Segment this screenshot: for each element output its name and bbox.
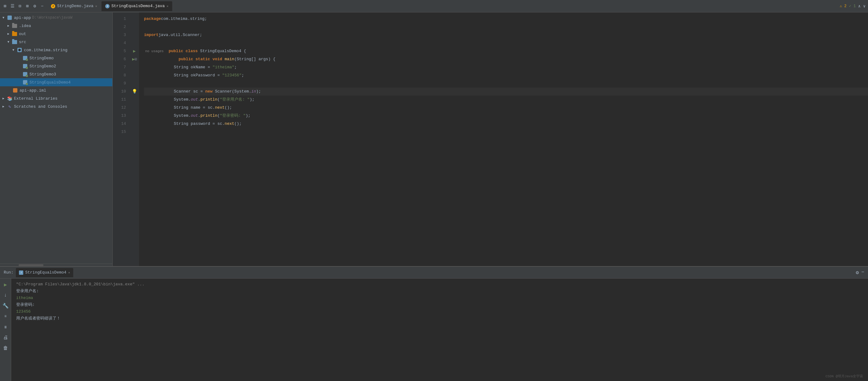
layout-icon[interactable]: ⊟ bbox=[18, 4, 22, 9]
console-text: 用户名或者密码错误了！ bbox=[16, 315, 61, 322]
sidebar-item-api-app[interactable]: ▼ api-app D:\Workspace\javaW bbox=[0, 14, 112, 22]
run-button[interactable]: ▶ bbox=[2, 281, 9, 289]
sidebar-item-scratches[interactable]: ▶ ✎ Scratches and Consoles bbox=[0, 102, 112, 111]
code-line-11: System.out.println("登录用户名: "); bbox=[144, 96, 868, 104]
editor-content: 1 2 3 4 5 6 7 8 9 10 11 12 13 14 15 bbox=[113, 12, 868, 266]
package-icon bbox=[17, 48, 22, 53]
gutter-11 bbox=[130, 96, 139, 104]
scratches-label: Scratches and Consoles bbox=[14, 104, 67, 109]
title-bar: ⊞ ☰ ⊟ ⊞ ⚙ − J StringDemo.java ✕ J String… bbox=[0, 0, 868, 12]
stringequalsdemo4-label: StringEqualsDemo4 bbox=[29, 80, 71, 85]
ok-badge: ✓ 1 bbox=[849, 4, 856, 8]
sidebar: ▼ api-app D:\Workspace\javaW ▶ .idea ▶ bbox=[0, 12, 113, 266]
print-button[interactable]: 🖨 bbox=[2, 334, 9, 341]
sidebar-item-idea[interactable]: ▶ .idea bbox=[0, 22, 112, 30]
code-content-6: public static void main(String[] args) { bbox=[168, 55, 275, 63]
align-button[interactable]: ≣ bbox=[2, 323, 9, 331]
wrench-button[interactable]: 🔧 bbox=[2, 302, 9, 310]
run-label: Run: bbox=[4, 270, 13, 275]
code-line-10: Scanner sc = new Scanner(System.in); bbox=[144, 88, 868, 96]
expand-arrow: ▼ bbox=[2, 16, 7, 20]
keyword: class bbox=[186, 49, 200, 53]
expand-arrow: ▶ bbox=[2, 96, 7, 100]
sidebar-item-stringdemo3[interactable]: StringDemo3 bbox=[0, 70, 112, 78]
paren: ); bbox=[256, 89, 261, 94]
lightbulb-icon[interactable]: 💡 bbox=[132, 88, 137, 96]
run-gutter-5[interactable]: ▶ bbox=[133, 47, 135, 55]
expand-arrow: ▶ bbox=[7, 24, 12, 28]
close-panel-icon[interactable]: − bbox=[861, 269, 864, 276]
field-ref: out bbox=[191, 113, 198, 118]
run-tab-close[interactable]: ✕ bbox=[68, 271, 70, 274]
tab-stringdemo-close[interactable]: ✕ bbox=[95, 4, 97, 8]
title-bar-right: ⚠ 2 ✓ 1 ∧ ∨ bbox=[840, 4, 866, 9]
class-icon bbox=[22, 64, 28, 69]
no-usages-5: no usages bbox=[145, 47, 163, 55]
keyword: package bbox=[144, 15, 161, 23]
method-ref: next bbox=[215, 105, 225, 110]
import-name: java.util.Scanner; bbox=[159, 31, 202, 39]
tab-stringequalsdemo4[interactable]: J StringEqualsDemo4.java ✕ bbox=[101, 1, 172, 11]
stringdemo3-label: StringDemo3 bbox=[29, 72, 56, 77]
split-icon[interactable]: ⊞ bbox=[25, 4, 30, 9]
class-name: StringEqualsDemo4 { bbox=[200, 49, 246, 53]
keyword: static bbox=[195, 57, 213, 61]
gutter-8 bbox=[130, 71, 139, 80]
method-ref: println bbox=[200, 97, 218, 102]
format-button[interactable]: ≡ bbox=[2, 313, 9, 320]
sidebar-item-package[interactable]: ▼ com.itheima.string bbox=[0, 46, 112, 54]
class-icon bbox=[22, 72, 28, 77]
nav-up-icon[interactable]: ∧ bbox=[858, 4, 861, 9]
sidebar-item-src[interactable]: ▼ src bbox=[0, 38, 112, 46]
class-ref: System bbox=[174, 113, 188, 118]
nav-down-icon[interactable]: ∨ bbox=[863, 4, 866, 9]
expand-arrow: ▶ bbox=[2, 105, 7, 108]
scroll-down-button[interactable]: ↓ bbox=[2, 292, 9, 299]
keyword: public bbox=[179, 57, 195, 61]
settings-icon[interactable]: ⚙ bbox=[32, 4, 37, 9]
console-line-6: 用户名或者密码错误了！ bbox=[16, 315, 863, 322]
out-label: out bbox=[19, 32, 26, 36]
sidebar-item-iml[interactable]: api-app.iml bbox=[0, 86, 112, 94]
minimize-icon[interactable]: − bbox=[40, 4, 45, 9]
code-editor[interactable]: package com.itheima.string; import java.… bbox=[139, 12, 868, 266]
bottom-panel-settings: ⚙ − bbox=[856, 269, 864, 276]
gutter-3 bbox=[130, 31, 139, 39]
bracket: [] bbox=[251, 57, 258, 61]
run-tab[interactable]: J StringEqualsDemo4 ✕ bbox=[16, 268, 73, 277]
package-label: com.itheima.string bbox=[24, 48, 67, 53]
delete-button[interactable]: 🗑 bbox=[2, 344, 9, 352]
gutter-7 bbox=[130, 63, 139, 71]
tab-stringdemo[interactable]: J StringDemo.java ✕ bbox=[47, 1, 101, 11]
run-gutter-6[interactable]: ▶ bbox=[132, 55, 135, 63]
sidebar-item-ext-libs[interactable]: ▶ 📚 External Libraries bbox=[0, 94, 112, 102]
sidebar-item-stringdemo[interactable]: StringDemo bbox=[0, 54, 112, 62]
console-line-3: itheima bbox=[16, 295, 863, 301]
sidebar-item-out[interactable]: ▶ out bbox=[0, 30, 112, 38]
paren: ( bbox=[234, 57, 237, 61]
sidebar-item-stringequalsdemo4[interactable]: StringEqualsDemo4 bbox=[0, 78, 112, 86]
gutter-14 bbox=[130, 120, 139, 128]
class-name: Scanner bbox=[215, 89, 232, 94]
menu-icon[interactable]: ☰ bbox=[10, 4, 15, 9]
console-text: "C:\Program Files\Java\jdk1.8.0_201\bin\… bbox=[16, 281, 144, 288]
keyword: new bbox=[205, 89, 215, 94]
tab-stringequalsdemo4-close[interactable]: ✕ bbox=[167, 4, 168, 8]
sidebar-item-stringdemo2[interactable]: StringDemo2 bbox=[0, 62, 112, 70]
gutter-6[interactable]: ▶ ◱ bbox=[130, 55, 139, 63]
watermark: CSDN @明月Java全宇宙 bbox=[826, 374, 863, 379]
dot: . bbox=[188, 97, 191, 102]
class-ref: System bbox=[174, 97, 188, 102]
console-output: "C:\Program Files\Java\jdk1.8.0_201\bin\… bbox=[11, 279, 868, 381]
console-line-4: 登录密码: bbox=[16, 301, 863, 308]
settings-gear-icon[interactable]: ⚙ bbox=[856, 269, 859, 276]
keyword: public bbox=[168, 49, 186, 53]
dot: . bbox=[188, 113, 191, 118]
gutter-area: ▶ ▶ ◱ 💡 bbox=[130, 12, 139, 266]
main-area: ▼ api-app D:\Workspace\javaW ▶ .idea ▶ bbox=[0, 12, 868, 266]
gutter-5[interactable]: ▶ bbox=[130, 47, 139, 55]
var: okName = bbox=[191, 65, 213, 69]
var: okPassword = bbox=[191, 73, 222, 78]
string-val: "登录密码: " bbox=[220, 113, 246, 118]
sidebar-scrollbar[interactable] bbox=[0, 264, 112, 266]
